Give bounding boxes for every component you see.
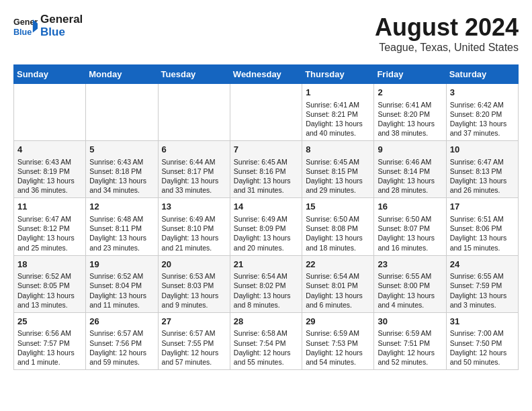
day-number: 4 (17, 144, 82, 156)
column-header-tuesday: Tuesday (158, 65, 230, 84)
day-content: Sunrise: 6:53 AM Sunset: 8:03 PM Dayligh… (162, 271, 226, 310)
day-content: Sunrise: 6:48 AM Sunset: 8:11 PM Dayligh… (89, 214, 154, 253)
page-subtitle: Teague, Texas, United States (375, 42, 519, 54)
day-content: Sunrise: 6:47 AM Sunset: 8:13 PM Dayligh… (450, 157, 515, 195)
calendar-cell (158, 84, 230, 141)
day-number: 9 (378, 144, 442, 156)
day-content: Sunrise: 6:59 AM Sunset: 7:53 PM Dayligh… (306, 328, 370, 367)
calendar-cell: 25Sunrise: 6:56 AM Sunset: 7:57 PM Dayli… (14, 312, 86, 369)
calendar-cell: 26Sunrise: 6:57 AM Sunset: 7:56 PM Dayli… (86, 312, 158, 369)
calendar-week-row: 25Sunrise: 6:56 AM Sunset: 7:57 PM Dayli… (14, 312, 519, 369)
day-content: Sunrise: 6:58 AM Sunset: 7:54 PM Dayligh… (234, 328, 298, 367)
calendar-header-row: SundayMondayTuesdayWednesdayThursdayFrid… (14, 65, 519, 84)
day-content: Sunrise: 6:41 AM Sunset: 8:20 PM Dayligh… (378, 100, 442, 138)
calendar-cell: 13Sunrise: 6:49 AM Sunset: 8:10 PM Dayli… (158, 198, 230, 255)
day-content: Sunrise: 6:59 AM Sunset: 7:51 PM Dayligh… (378, 328, 442, 367)
calendar-cell: 15Sunrise: 6:50 AM Sunset: 8:08 PM Dayli… (302, 198, 374, 255)
column-header-sunday: Sunday (14, 65, 86, 84)
day-number: 22 (306, 259, 370, 271)
day-number: 2 (378, 87, 442, 99)
day-number: 12 (89, 201, 154, 213)
day-number: 17 (450, 201, 515, 213)
day-number: 20 (162, 259, 226, 271)
calendar-week-row: 4Sunrise: 6:43 AM Sunset: 8:19 PM Daylig… (14, 141, 519, 198)
calendar-cell: 29Sunrise: 6:59 AM Sunset: 7:53 PM Dayli… (302, 312, 374, 369)
day-number: 30 (378, 316, 442, 328)
day-content: Sunrise: 6:55 AM Sunset: 8:00 PM Dayligh… (378, 271, 442, 310)
day-content: Sunrise: 6:49 AM Sunset: 8:09 PM Dayligh… (234, 214, 298, 253)
calendar-cell: 2Sunrise: 6:41 AM Sunset: 8:20 PM Daylig… (374, 84, 446, 141)
calendar-cell: 24Sunrise: 6:55 AM Sunset: 7:59 PM Dayli… (446, 255, 518, 312)
calendar-cell: 20Sunrise: 6:53 AM Sunset: 8:03 PM Dayli… (158, 255, 230, 312)
calendar-cell (230, 84, 302, 141)
day-content: Sunrise: 6:54 AM Sunset: 8:01 PM Dayligh… (306, 271, 370, 310)
calendar-cell: 5Sunrise: 6:43 AM Sunset: 8:18 PM Daylig… (86, 141, 158, 198)
day-number: 29 (306, 316, 370, 328)
calendar-cell: 3Sunrise: 6:42 AM Sunset: 8:20 PM Daylig… (446, 84, 518, 141)
calendar-cell (86, 84, 158, 141)
day-content: Sunrise: 6:46 AM Sunset: 8:14 PM Dayligh… (378, 157, 442, 195)
day-content: Sunrise: 6:57 AM Sunset: 7:55 PM Dayligh… (162, 328, 226, 367)
calendar-cell: 30Sunrise: 6:59 AM Sunset: 7:51 PM Dayli… (374, 312, 446, 369)
day-content: Sunrise: 6:44 AM Sunset: 8:17 PM Dayligh… (162, 157, 226, 195)
day-number: 14 (234, 201, 298, 213)
page-title: August 2024 (375, 13, 519, 42)
logo-general: General (40, 13, 83, 26)
day-number: 13 (162, 201, 226, 213)
column-header-wednesday: Wednesday (230, 65, 302, 84)
calendar-cell: 11Sunrise: 6:47 AM Sunset: 8:12 PM Dayli… (14, 198, 86, 255)
column-header-saturday: Saturday (446, 65, 518, 84)
day-number: 8 (306, 144, 370, 156)
day-content: Sunrise: 6:50 AM Sunset: 8:07 PM Dayligh… (378, 214, 442, 253)
day-number: 10 (450, 144, 515, 156)
day-content: Sunrise: 6:52 AM Sunset: 8:04 PM Dayligh… (89, 271, 154, 310)
day-number: 6 (162, 144, 226, 156)
calendar-cell: 8Sunrise: 6:45 AM Sunset: 8:15 PM Daylig… (302, 141, 374, 198)
calendar-cell: 16Sunrise: 6:50 AM Sunset: 8:07 PM Dayli… (374, 198, 446, 255)
day-content: Sunrise: 6:57 AM Sunset: 7:56 PM Dayligh… (89, 328, 154, 367)
day-number: 27 (162, 316, 226, 328)
day-content: Sunrise: 6:50 AM Sunset: 8:08 PM Dayligh… (306, 214, 370, 253)
calendar-cell: 10Sunrise: 6:47 AM Sunset: 8:13 PM Dayli… (446, 141, 518, 198)
day-number: 1 (306, 87, 370, 99)
calendar-cell: 21Sunrise: 6:54 AM Sunset: 8:02 PM Dayli… (230, 255, 302, 312)
day-content: Sunrise: 6:42 AM Sunset: 8:20 PM Dayligh… (450, 100, 515, 138)
calendar-table: SundayMondayTuesdayWednesdayThursdayFrid… (13, 64, 519, 370)
day-content: Sunrise: 6:43 AM Sunset: 8:18 PM Dayligh… (89, 157, 154, 195)
calendar-cell: 22Sunrise: 6:54 AM Sunset: 8:01 PM Dayli… (302, 255, 374, 312)
calendar-week-row: 1Sunrise: 6:41 AM Sunset: 8:21 PM Daylig… (14, 84, 519, 141)
calendar-cell: 7Sunrise: 6:45 AM Sunset: 8:16 PM Daylig… (230, 141, 302, 198)
logo-icon: General Blue (13, 14, 38, 38)
calendar-cell: 28Sunrise: 6:58 AM Sunset: 7:54 PM Dayli… (230, 312, 302, 369)
day-content: Sunrise: 6:45 AM Sunset: 8:16 PM Dayligh… (234, 157, 298, 195)
day-number: 18 (17, 259, 82, 271)
day-content: Sunrise: 6:52 AM Sunset: 8:05 PM Dayligh… (17, 271, 82, 310)
day-number: 11 (17, 201, 82, 213)
day-content: Sunrise: 6:45 AM Sunset: 8:15 PM Dayligh… (306, 157, 370, 195)
calendar-week-row: 18Sunrise: 6:52 AM Sunset: 8:05 PM Dayli… (14, 255, 519, 312)
day-number: 7 (234, 144, 298, 156)
day-content: Sunrise: 6:51 AM Sunset: 8:06 PM Dayligh… (450, 214, 515, 253)
calendar-cell: 9Sunrise: 6:46 AM Sunset: 8:14 PM Daylig… (374, 141, 446, 198)
day-number: 21 (234, 259, 298, 271)
day-content: Sunrise: 6:54 AM Sunset: 8:02 PM Dayligh… (234, 271, 298, 310)
day-number: 31 (450, 316, 515, 328)
day-content: Sunrise: 6:56 AM Sunset: 7:57 PM Dayligh… (17, 328, 82, 367)
logo: General Blue General Blue (13, 13, 83, 38)
page-header: General Blue General Blue August 2024 Te… (13, 13, 519, 54)
calendar-cell: 1Sunrise: 6:41 AM Sunset: 8:21 PM Daylig… (302, 84, 374, 141)
column-header-monday: Monday (86, 65, 158, 84)
logo-blue: Blue (40, 26, 83, 39)
calendar-cell: 19Sunrise: 6:52 AM Sunset: 8:04 PM Dayli… (86, 255, 158, 312)
day-content: Sunrise: 6:49 AM Sunset: 8:10 PM Dayligh… (162, 214, 226, 253)
svg-text:Blue: Blue (13, 27, 32, 36)
day-content: Sunrise: 7:00 AM Sunset: 7:50 PM Dayligh… (450, 328, 515, 367)
day-number: 15 (306, 201, 370, 213)
day-number: 19 (89, 259, 154, 271)
day-number: 28 (234, 316, 298, 328)
calendar-cell: 18Sunrise: 6:52 AM Sunset: 8:05 PM Dayli… (14, 255, 86, 312)
day-number: 26 (89, 316, 154, 328)
day-content: Sunrise: 6:43 AM Sunset: 8:19 PM Dayligh… (17, 157, 82, 195)
day-content: Sunrise: 6:41 AM Sunset: 8:21 PM Dayligh… (306, 100, 370, 138)
calendar-cell: 4Sunrise: 6:43 AM Sunset: 8:19 PM Daylig… (14, 141, 86, 198)
